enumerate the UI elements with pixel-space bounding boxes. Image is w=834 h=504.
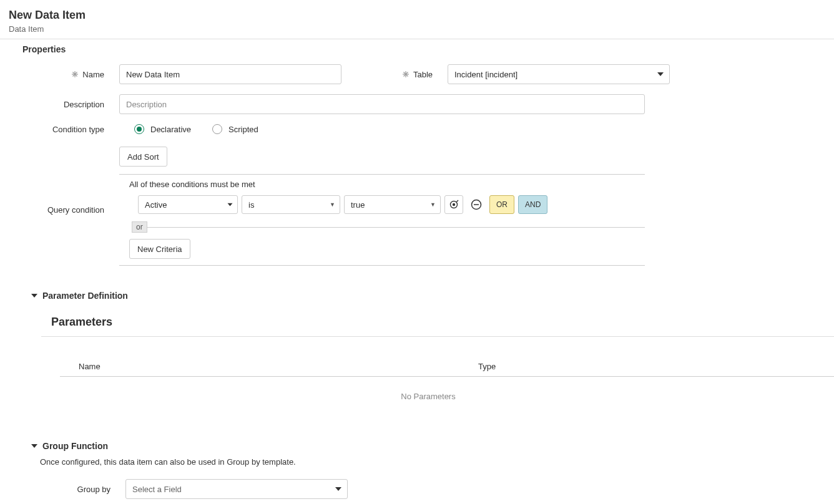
name-input[interactable] bbox=[119, 64, 341, 84]
table-label: Table bbox=[413, 70, 433, 79]
page-header: New Data Item Data Item bbox=[0, 0, 834, 39]
or-button[interactable]: OR bbox=[489, 195, 514, 214]
caret-down-icon bbox=[31, 294, 37, 298]
condition-type-label: Condition type bbox=[52, 125, 104, 134]
caret-down-icon bbox=[31, 444, 37, 448]
group-by-select[interactable]: Select a Field bbox=[125, 479, 348, 499]
parameters-title: Parameters bbox=[51, 316, 834, 329]
page-title: New Data Item bbox=[9, 9, 834, 22]
param-col-type: Type bbox=[478, 362, 834, 371]
name-label: Name bbox=[82, 70, 104, 79]
group-function-toggle[interactable]: Group Function bbox=[22, 441, 834, 451]
and-button[interactable]: AND bbox=[518, 195, 547, 214]
remove-icon bbox=[471, 199, 482, 210]
condition-field-select[interactable]: Active bbox=[138, 195, 238, 214]
description-label: Description bbox=[64, 100, 104, 109]
or-divider-chip: or bbox=[132, 221, 147, 233]
no-parameters-text: No Parameters bbox=[22, 377, 834, 416]
required-icon bbox=[402, 70, 410, 78]
required-icon bbox=[71, 70, 79, 78]
add-sort-button[interactable]: Add Sort bbox=[119, 147, 167, 167]
svg-point-11 bbox=[453, 203, 455, 206]
condition-value-select[interactable]: true ▼ bbox=[344, 195, 441, 214]
radio-unchecked-icon bbox=[212, 124, 222, 134]
param-col-name: Name bbox=[60, 362, 478, 371]
description-input[interactable] bbox=[119, 94, 645, 114]
target-icon bbox=[449, 200, 459, 210]
radio-checked-icon bbox=[134, 124, 144, 134]
conditions-header-text: All of these conditions must be met bbox=[119, 175, 645, 195]
condition-operator-select[interactable]: is ▼ bbox=[242, 195, 340, 214]
radio-declarative[interactable]: Declarative bbox=[134, 124, 191, 134]
parameter-definition-toggle[interactable]: Parameter Definition bbox=[22, 291, 834, 301]
svg-line-12 bbox=[456, 200, 458, 202]
group-by-label: Group by bbox=[22, 485, 125, 494]
query-condition-label: Query condition bbox=[47, 205, 104, 215]
related-list-button[interactable] bbox=[444, 195, 463, 214]
remove-condition-button[interactable] bbox=[467, 195, 486, 214]
new-criteria-button[interactable]: New Criteria bbox=[129, 239, 190, 259]
page-subtitle: Data Item bbox=[9, 24, 834, 34]
table-select[interactable]: Incident [incident] bbox=[448, 64, 670, 84]
radio-scripted[interactable]: Scripted bbox=[212, 124, 258, 134]
group-function-help: Once configured, this data item can also… bbox=[40, 457, 834, 467]
properties-section-title: Properties bbox=[22, 44, 834, 54]
